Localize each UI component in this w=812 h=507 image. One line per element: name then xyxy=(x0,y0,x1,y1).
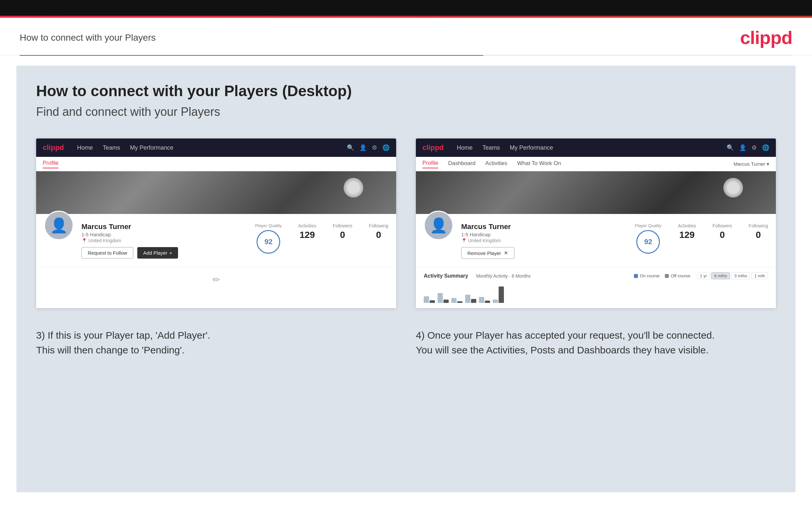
main-title: How to connect with your Players (Deskto… xyxy=(36,82,776,100)
avatar-icon-right: 👤 xyxy=(429,217,448,234)
quality-value-right: 92 xyxy=(644,238,652,246)
subnav-profile-left[interactable]: Profile xyxy=(43,160,58,168)
subnav-player-name-right[interactable]: Marcus Turner ▾ xyxy=(733,161,769,167)
screenshot-left: clippd Home Teams My Performance 🔍 👤 ⚙ 🌐… xyxy=(36,138,396,308)
golf-banner-left xyxy=(36,171,396,214)
nav-icons-right: 🔍 👤 ⚙ 🌐 xyxy=(726,144,769,151)
remove-player-button[interactable]: Remove Player ✕ xyxy=(461,247,514,259)
bar-off-2 xyxy=(444,299,449,303)
app-navbar-right: clippd Home Teams My Performance 🔍 👤 ⚙ 🌐 xyxy=(416,138,776,157)
globe-icon-right[interactable]: 🌐 xyxy=(762,144,769,151)
bar-on-3 xyxy=(451,298,457,303)
time-1mth[interactable]: 1 mth xyxy=(751,272,768,279)
captions-row: 3) If this is your Player tap, 'Add Play… xyxy=(36,328,776,357)
stat-activities-left: Activities 129 xyxy=(298,223,316,240)
subnav-dashboard-right[interactable]: Dashboard xyxy=(448,160,475,168)
profile-buttons-right: Remove Player ✕ xyxy=(461,247,627,259)
footer: Copyright Clippd 2022 xyxy=(0,502,812,507)
activity-title: Activity Summary xyxy=(424,273,468,279)
bar-off-4 xyxy=(471,299,476,303)
search-icon-right[interactable]: 🔍 xyxy=(726,144,734,151)
subnav-whattoworkon-right[interactable]: What To Work On xyxy=(517,160,561,168)
caption-right: 4) Once your Player has accepted your re… xyxy=(416,328,776,357)
bar-on-2 xyxy=(438,293,443,303)
bar-off-3 xyxy=(457,301,462,303)
profile-buttons-left: Request to Follow Add Player + xyxy=(82,247,247,259)
activity-summary: Activity Summary Monthly Activity · 6 Mo… xyxy=(416,267,776,308)
header-divider xyxy=(20,55,792,56)
bar-on-4 xyxy=(465,295,470,303)
avatar-icon-left: 👤 xyxy=(50,217,68,234)
quality-circle-right: 92 xyxy=(636,230,660,253)
nav-icons-left: 🔍 👤 ⚙ 🌐 xyxy=(347,144,390,151)
legend-dot-on xyxy=(634,274,638,278)
location-icon-right: 📍 xyxy=(461,238,467,243)
screenshots-row: clippd Home Teams My Performance 🔍 👤 ⚙ 🌐… xyxy=(36,138,776,308)
activity-period: Monthly Activity · 6 Months xyxy=(476,273,531,279)
profile-location-left: 📍 United Kingdom xyxy=(82,238,247,243)
stat-followers-left: Followers 0 xyxy=(333,223,352,240)
nav-home-left: Home xyxy=(77,145,93,151)
bar-group-1 xyxy=(424,296,435,303)
screenshot-right: clippd Home Teams My Performance 🔍 👤 ⚙ 🌐… xyxy=(416,138,776,308)
nav-items-right: Home Teams My Performance xyxy=(457,145,553,151)
close-icon: ✕ xyxy=(504,250,508,256)
stats-section-right: Player Quality 92 Activities 129 Followe… xyxy=(635,221,768,253)
profile-info-right: Marcus Turner 1-5 Handicap 📍 United King… xyxy=(461,221,627,259)
location-icon-left: 📍 xyxy=(82,238,87,243)
profile-section-right: 👤 Marcus Turner 1-5 Handicap 📍 United Ki… xyxy=(416,214,776,267)
bar-on-6 xyxy=(493,299,498,303)
stat-following-right: Following 0 xyxy=(749,223,768,240)
settings-icon-right[interactable]: ⚙ xyxy=(752,144,757,151)
activity-bars xyxy=(424,283,768,303)
bar-group-2 xyxy=(438,293,449,303)
bar-group-6 xyxy=(493,286,504,303)
bar-group-4 xyxy=(465,295,476,303)
bar-on-1 xyxy=(424,296,429,303)
time-6mths[interactable]: 6 mths xyxy=(711,272,730,279)
bar-group-3 xyxy=(451,298,462,303)
app-subnav-left: Profile xyxy=(36,157,396,171)
page-title: How to connect with your Players xyxy=(20,33,156,43)
settings-icon[interactable]: ⚙ xyxy=(372,144,377,151)
profile-name-right: Marcus Turner xyxy=(461,223,627,231)
nav-performance-left: My Performance xyxy=(130,145,173,151)
request-follow-button[interactable]: Request to Follow xyxy=(82,247,133,259)
app-subnav-right: Profile Dashboard Activities What To Wor… xyxy=(416,157,776,171)
stat-quality-right: Player Quality 92 xyxy=(635,223,662,253)
avatar-right: 👤 xyxy=(424,211,453,240)
bar-off-1 xyxy=(429,300,435,303)
stat-quality-left: Player Quality 92 xyxy=(255,223,282,253)
stat-following-left: Following 0 xyxy=(369,223,388,240)
clippd-logo: clippd xyxy=(740,27,792,48)
user-icon[interactable]: 👤 xyxy=(359,144,367,151)
legend-off-course: Off course xyxy=(665,273,691,278)
screenshot-bottom-left: ✏ xyxy=(36,267,396,293)
stats-section-left: Player Quality 92 Activities 129 Followe… xyxy=(255,221,388,253)
plus-icon: + xyxy=(169,250,172,256)
edit-icon: ✏ xyxy=(212,274,220,285)
subnav-profile-right[interactable]: Profile xyxy=(422,160,438,168)
bar-on-5 xyxy=(479,297,484,303)
activity-header: Activity Summary Monthly Activity · 6 Mo… xyxy=(424,272,768,279)
bar-off-5 xyxy=(485,300,490,303)
time-filter-buttons: 1 yr 6 mths 3 mths 1 mth xyxy=(697,272,768,279)
user-icon-right[interactable]: 👤 xyxy=(739,144,746,151)
quality-value-left: 92 xyxy=(264,238,272,246)
caption-left: 3) If this is your Player tap, 'Add Play… xyxy=(36,328,396,357)
profile-handicap-left: 1-5 Handicap xyxy=(82,232,247,237)
nav-items-left: Home Teams My Performance xyxy=(77,145,173,151)
profile-handicap-right: 1-5 Handicap xyxy=(461,232,627,237)
activity-legend: On course Off course xyxy=(634,273,691,278)
stat-activities-right: Activities 129 xyxy=(678,223,696,240)
nav-performance-right: My Performance xyxy=(510,145,553,151)
profile-section-left: 👤 Marcus Turner 1-5 Handicap 📍 United Ki… xyxy=(36,214,396,267)
nav-home-right: Home xyxy=(457,145,473,151)
globe-icon[interactable]: 🌐 xyxy=(383,144,390,151)
add-player-button[interactable]: Add Player + xyxy=(137,247,178,259)
subnav-activities-right[interactable]: Activities xyxy=(485,160,507,168)
profile-location-right: 📍 United Kingdom xyxy=(461,238,627,243)
search-icon[interactable]: 🔍 xyxy=(347,144,354,151)
time-3mths[interactable]: 3 mths xyxy=(731,272,750,279)
time-1yr[interactable]: 1 yr xyxy=(697,272,710,279)
